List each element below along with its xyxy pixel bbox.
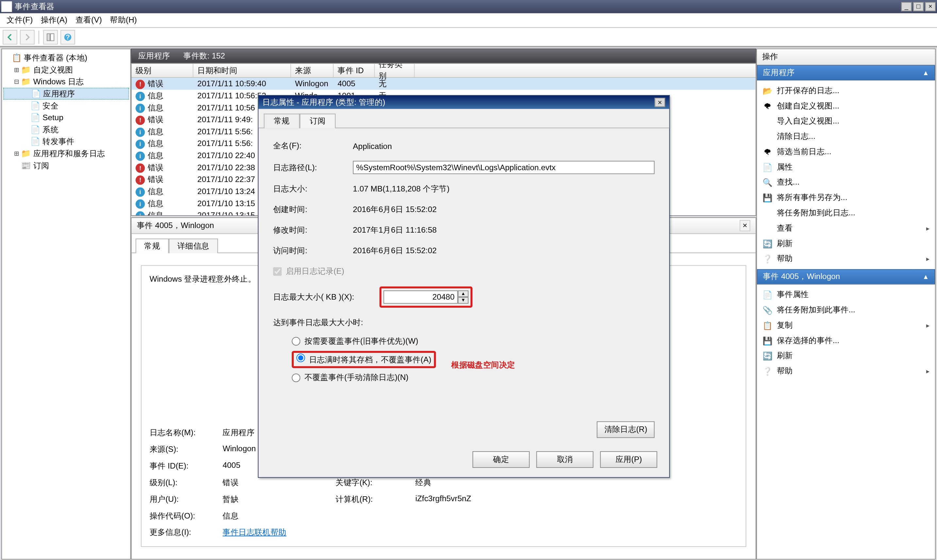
- tree-root[interactable]: 📋事件查看器 (本地): [3, 52, 129, 64]
- lbl-computer: 计算机(R):: [335, 494, 415, 505]
- error-icon: !: [135, 163, 145, 172]
- close-button[interactable]: ×: [925, 2, 936, 11]
- info-icon: i: [135, 91, 145, 101]
- action-item[interactable]: 📋复制▸: [757, 318, 935, 333]
- funnel-plus-icon: 🌪: [762, 101, 773, 111]
- chk-enable-log[interactable]: [273, 267, 282, 276]
- submenu-icon: ▸: [926, 255, 929, 262]
- col-date[interactable]: 日期和时间: [194, 64, 291, 77]
- lbl-source: 来源(S):: [150, 444, 223, 455]
- col-id[interactable]: 事件 ID: [334, 64, 375, 77]
- props-icon: 📄: [762, 162, 773, 172]
- action-item[interactable]: 💾保存选择的事件...: [757, 333, 935, 348]
- link-online-help[interactable]: 事件日志联机帮助: [223, 528, 286, 537]
- tree-application[interactable]: 📄应用程序: [3, 88, 129, 100]
- log-icon: 📄: [30, 136, 41, 147]
- cancel-button[interactable]: 取消: [536, 451, 593, 468]
- show-tree-button[interactable]: [43, 30, 58, 45]
- menu-view[interactable]: 查看(V): [71, 13, 106, 28]
- menu-action[interactable]: 操作(A): [37, 13, 72, 28]
- action-item[interactable]: 🔄刷新: [757, 348, 935, 364]
- action-item[interactable]: 将任务附加到此日志...: [757, 206, 935, 221]
- tree-system[interactable]: 📄系统: [3, 123, 129, 135]
- col-source[interactable]: 来源: [291, 64, 334, 77]
- table-row[interactable]: !错误2017/1/11 10:59:40Winlogon4005无: [132, 78, 756, 90]
- action-item[interactable]: 查看▸: [757, 220, 935, 236]
- blank-icon: [762, 116, 773, 127]
- lbl-size: 日志大小:: [273, 183, 353, 195]
- dialog-tab-subscription[interactable]: 订阅: [300, 114, 335, 128]
- spin-buttons[interactable]: ▲▼: [458, 291, 469, 304]
- menu-file[interactable]: 文件(F): [3, 13, 37, 28]
- apply-button[interactable]: 应用(P): [600, 451, 657, 468]
- tree-security[interactable]: 📄安全: [3, 100, 129, 112]
- action-item[interactable]: 💾将所有事件另存为...: [757, 190, 935, 206]
- detail-close-button[interactable]: ×: [740, 220, 751, 231]
- menu-help[interactable]: 帮助(H): [106, 13, 141, 28]
- lbl-keywords: 关键字(K):: [335, 477, 415, 488]
- val-modified: 2017年1月6日 11:16:58: [353, 225, 654, 236]
- col-level[interactable]: 级别: [132, 64, 194, 77]
- folder-icon: 📁: [21, 77, 31, 87]
- action-item[interactable]: 🌪筛选当前日志...: [757, 144, 935, 160]
- action-item[interactable]: 🔄刷新: [757, 236, 935, 251]
- tab-details[interactable]: 详细信息: [169, 238, 218, 253]
- lbl-enable-log: 启用日志记录(E): [286, 266, 345, 277]
- input-maxsize[interactable]: [383, 291, 458, 304]
- log-icon: 📄: [30, 112, 41, 123]
- error-icon: !: [135, 79, 145, 89]
- actions-group-app[interactable]: 应用程序▲: [757, 65, 935, 80]
- action-item[interactable]: 🔍查找...: [757, 175, 935, 190]
- dialog-tab-general[interactable]: 常规: [264, 114, 300, 128]
- tree-setup[interactable]: 📄Setup: [3, 112, 129, 124]
- tree-subscriptions[interactable]: 📰订阅: [3, 160, 129, 172]
- clear-log-button[interactable]: 清除日志(R): [597, 422, 654, 438]
- tree-windows-logs[interactable]: ⊟📁Windows 日志: [3, 76, 129, 88]
- help-button[interactable]: ?: [60, 30, 75, 45]
- help-icon: ❔: [762, 254, 773, 264]
- action-item[interactable]: 🌪创建自定义视图...: [757, 98, 935, 114]
- input-path[interactable]: [353, 161, 654, 174]
- tree-custom-views[interactable]: ⊞📁自定义视图: [3, 64, 129, 76]
- forward-button[interactable]: [20, 30, 35, 45]
- radio-overwrite[interactable]: 按需要覆盖事件(旧事件优先)(W): [292, 334, 655, 349]
- log-icon: 📄: [30, 100, 41, 111]
- dialog-titlebar[interactable]: 日志属性 - 应用程序 (类型: 管理的) ×: [258, 96, 669, 109]
- action-item[interactable]: 清除日志...: [757, 129, 935, 145]
- action-item[interactable]: ❔帮助▸: [757, 364, 935, 379]
- val-fullname: Application: [353, 141, 654, 150]
- tree-app-services[interactable]: ⊞📁应用程序和服务日志: [3, 148, 129, 160]
- props-icon: 📄: [762, 289, 773, 300]
- action-item[interactable]: 导入自定义视图...: [757, 114, 935, 129]
- toolbar: ?: [0, 28, 937, 46]
- window-title: 事件查看器: [15, 1, 55, 12]
- action-item[interactable]: 📂打开保存的日志...: [757, 83, 935, 98]
- col-task[interactable]: 任务类别: [375, 64, 415, 77]
- tree-forwarded[interactable]: 📄转发事件: [3, 135, 129, 148]
- actions-title: 操作: [757, 49, 935, 65]
- svg-rect-1: [51, 33, 54, 40]
- help-icon: ❔: [762, 366, 773, 377]
- actions-group-event[interactable]: 事件 4005，Winlogon▲: [757, 269, 935, 285]
- action-item[interactable]: 📎将任务附加到此事件...: [757, 302, 935, 318]
- ok-button[interactable]: 确定: [472, 451, 529, 468]
- action-item[interactable]: ❔帮助▸: [757, 251, 935, 267]
- maximize-button[interactable]: □: [913, 2, 924, 11]
- folder-icon: 📁: [21, 65, 31, 75]
- info-icon: i: [135, 211, 145, 216]
- error-icon: !: [135, 115, 145, 125]
- app-icon: [1, 1, 12, 12]
- lbl-accessed: 访问时间:: [273, 245, 353, 257]
- back-button[interactable]: [3, 30, 17, 45]
- tree-pane: 📋事件查看器 (本地) ⊞📁自定义视图 ⊟📁Windows 日志 📄应用程序 📄…: [1, 48, 131, 559]
- save-icon: 💾: [762, 335, 773, 346]
- info-icon: i: [135, 139, 145, 148]
- minimize-button[interactable]: _: [901, 2, 912, 11]
- lbl-eventid: 事件 ID(E):: [150, 461, 223, 472]
- action-item[interactable]: 📄属性: [757, 160, 935, 175]
- radio-no-overwrite[interactable]: 不覆盖事件(手动清除日志)(N): [292, 370, 655, 386]
- dialog-close-button[interactable]: ×: [655, 98, 666, 107]
- lbl-created: 创建时间:: [273, 204, 353, 215]
- action-item[interactable]: 📄事件属性: [757, 287, 935, 303]
- tab-general[interactable]: 常规: [135, 238, 169, 253]
